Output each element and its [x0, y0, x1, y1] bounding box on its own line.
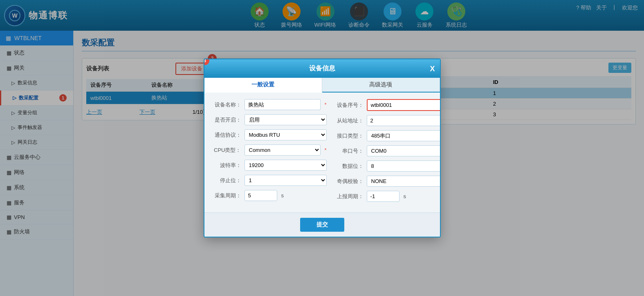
port-type-label: 接口类型： — [335, 132, 364, 140]
modal-body: 设备名称： * 是否开启： 启用 禁用 通信协议： — [204, 93, 440, 212]
form-row-port-num: 串口号： COM0 COM1 COM2 — [335, 145, 441, 156]
form-row-cpu: CPU类型： Common ARM * — [213, 145, 327, 156]
badge-3: 3 — [204, 59, 209, 65]
submit-button[interactable]: 提交 — [300, 218, 344, 232]
port-num-select[interactable]: COM0 COM1 COM2 — [367, 145, 441, 156]
form-grid: 设备名称： * 是否开启： 启用 禁用 通信协议： — [213, 99, 432, 206]
data-bits-select[interactable]: 8 7 — [367, 160, 441, 172]
modal-footer: 提交 — [204, 212, 440, 237]
report-input[interactable] — [367, 191, 399, 202]
form-row-slave-addr: 从站地址： — [335, 115, 441, 126]
modal-device-info: 设备信息 3 X 一般设置 高级选项 设备名称： * — [204, 59, 441, 237]
modal-title: 设备信息 — [309, 65, 335, 72]
modal-close-button[interactable]: X — [430, 64, 435, 73]
report-label: 上报周期： — [335, 193, 364, 200]
report-unit: s — [404, 193, 406, 199]
parity-select[interactable]: NONE ODD EVEN — [367, 176, 441, 187]
form-row-report: 上报周期： s — [335, 191, 441, 202]
port-type-select[interactable]: 485串口 232串口 以太网 — [367, 130, 441, 141]
form-row-parity: 奇偶校验： NONE ODD EVEN — [335, 176, 441, 187]
tab-advanced[interactable]: 高级选项 — [322, 78, 440, 92]
modal-header: 设备信息 3 X — [204, 59, 440, 78]
stop-label: 停止位： — [213, 177, 241, 184]
required-star-cpu: * — [325, 147, 327, 153]
form-row-device-seq: 设备序号： * — [335, 99, 441, 111]
stop-select[interactable]: 1 2 — [245, 175, 327, 186]
form-right: 设备序号： * 从站地址： 接口类型： 485串口 232串口 — [335, 99, 441, 206]
sample-label: 采集周期： — [213, 192, 241, 199]
form-row-device-name: 设备名称： * — [213, 99, 327, 110]
form-row-port-type: 接口类型： 485串口 232串口 以太网 — [335, 130, 441, 141]
device-name-label: 设备名称： — [213, 101, 241, 108]
modal-tabs: 一般设置 高级选项 — [204, 78, 440, 93]
sample-input[interactable] — [245, 190, 277, 201]
baud-select[interactable]: 19200 9600 38400 — [245, 160, 327, 171]
cpu-select[interactable]: Common ARM — [245, 145, 321, 156]
protocol-label: 通信协议： — [213, 131, 241, 139]
form-left: 设备名称： * 是否开启： 启用 禁用 通信协议： — [213, 99, 327, 206]
device-seq-input[interactable] — [367, 99, 441, 111]
form-row-data-bits: 数据位： 8 7 — [335, 160, 441, 172]
slave-addr-input[interactable] — [367, 115, 441, 126]
baud-label: 波特率： — [213, 162, 241, 169]
protocol-select[interactable]: Modbus RTU Modbus TCP — [245, 129, 327, 140]
cpu-label: CPU类型： — [213, 147, 241, 154]
enabled-select[interactable]: 启用 禁用 — [245, 114, 327, 125]
form-row-protocol: 通信协议： Modbus RTU Modbus TCP — [213, 129, 327, 140]
device-name-input[interactable] — [245, 99, 321, 110]
form-row-enabled: 是否开启： 启用 禁用 — [213, 114, 327, 125]
form-row-baud: 波特率： 19200 9600 38400 — [213, 160, 327, 171]
sample-unit: s — [281, 192, 284, 199]
parity-label: 奇偶校验： — [335, 178, 364, 185]
slave-addr-label: 从站地址： — [335, 117, 364, 124]
modal-overlay: 设备信息 3 X 一般设置 高级选项 设备名称： * — [0, 0, 644, 296]
form-row-stop: 停止位： 1 2 — [213, 175, 327, 186]
port-num-label: 串口号： — [335, 147, 364, 155]
data-bits-label: 数据位： — [335, 163, 364, 170]
required-star-name: * — [325, 102, 327, 108]
device-seq-label: 设备序号： — [335, 102, 364, 109]
tab-general[interactable]: 一般设置 — [204, 78, 322, 93]
form-row-sample: 采集周期： s — [213, 190, 327, 201]
enabled-label: 是否开启： — [213, 116, 241, 124]
